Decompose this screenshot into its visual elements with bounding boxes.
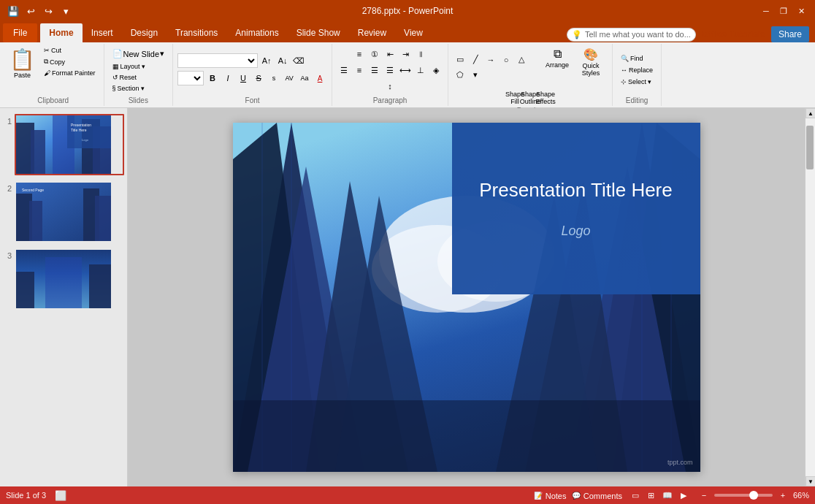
slide-logo-text[interactable]: Logo — [561, 224, 590, 239]
font-name-select[interactable] — [177, 53, 258, 68]
line-spacing-button[interactable]: ↕ — [383, 79, 397, 93]
slide-sorter-button[interactable]: ⊞ — [644, 489, 659, 502]
normal-view-button[interactable]: ▭ — [628, 489, 643, 502]
new-slide-button[interactable]: 📄 New Slide ▾ — [109, 47, 169, 61]
italic-button[interactable]: I — [221, 71, 235, 85]
ribbon-tabs: File Home Insert Design Transitions Anim… — [0, 22, 815, 42]
comments-button[interactable]: 💬 Comments — [572, 490, 622, 500]
scroll-track[interactable] — [806, 118, 815, 476]
font-size-select[interactable] — [177, 71, 204, 85]
quick-access-toolbar: 💾 ↩ ↪ ▾ — [6, 4, 73, 18]
shape-arrow-button[interactable]: → — [483, 53, 498, 67]
slide-image-1[interactable]: Presentation Title Here Logo — [15, 114, 124, 175]
clear-format-button[interactable]: ⌫ — [291, 53, 306, 68]
redo-button[interactable]: ↪ — [41, 4, 56, 18]
save-button[interactable]: 💾 — [6, 4, 20, 18]
scroll-up-button[interactable]: ▲ — [806, 108, 815, 118]
scroll-down-button[interactable]: ▼ — [806, 476, 815, 486]
columns-button[interactable]: ⫴ — [413, 47, 428, 61]
char-spacing-button[interactable]: AV — [282, 71, 296, 85]
align-right-button[interactable]: ☰ — [367, 63, 382, 77]
slide-title-text[interactable]: Presentation Title Here — [464, 179, 686, 202]
slide-status-icon[interactable]: ⬜ — [55, 490, 66, 501]
slide-image-3[interactable] — [15, 248, 124, 310]
text-direction-button[interactable]: ⟷ — [398, 63, 413, 77]
find-icon: 🔍 — [621, 55, 629, 62]
align-left-button[interactable]: ☰ — [337, 63, 351, 77]
tab-slideshow[interactable]: Slide Show — [288, 23, 349, 42]
canvas-area[interactable]: Presentation Title Here Logo tppt.com — [128, 108, 805, 486]
slides-label: Slides — [129, 96, 148, 104]
shape-pentagon-button[interactable]: ⬠ — [453, 68, 467, 83]
zoom-thumb[interactable] — [749, 491, 758, 500]
strikethrough-button[interactable]: S — [251, 71, 266, 85]
bold-button[interactable]: B — [205, 71, 220, 85]
slide-image-2[interactable]: Second Page — [15, 181, 124, 243]
minimize-button[interactable]: ─ — [758, 3, 774, 19]
select-button[interactable]: ⊹ Select ▾ — [617, 77, 655, 87]
tab-design[interactable]: Design — [122, 23, 167, 42]
tab-insert[interactable]: Insert — [83, 23, 122, 42]
layout-button[interactable]: ▦ Layout ▾ — [109, 61, 149, 72]
replace-button[interactable]: ↔ Replace — [617, 65, 657, 75]
shape-line-button[interactable]: ╱ — [468, 53, 483, 67]
increase-indent-button[interactable]: ⇥ — [398, 47, 413, 61]
justify-button[interactable]: ☰ — [383, 63, 397, 77]
numbering-button[interactable]: ① — [367, 47, 382, 61]
increase-font-button[interactable]: A↑ — [259, 53, 274, 68]
slideshow-button[interactable]: ▶ — [676, 489, 691, 502]
reset-button[interactable]: ↺ Reset — [109, 72, 141, 83]
scroll-thumb[interactable] — [806, 126, 814, 169]
zoom-slider[interactable] — [714, 494, 773, 497]
shape-triangle-button[interactable]: △ — [514, 53, 529, 67]
bullets-button[interactable]: ≡ — [352, 47, 367, 61]
zoom-in-button[interactable]: + — [776, 489, 790, 502]
reading-view-button[interactable]: 📖 — [660, 489, 675, 502]
customize-qat-button[interactable]: ▾ — [58, 4, 73, 18]
section-button[interactable]: § Section ▾ — [109, 83, 148, 93]
smart-art-button[interactable]: ◈ — [429, 63, 443, 77]
clipboard-group: 📋 Paste ✂ Cut ⧉ Copy 🖌 Format Painter Cl… — [3, 44, 104, 106]
shape-circle-button[interactable]: ○ — [499, 53, 513, 67]
format-painter-button[interactable]: 🖌 Format Painter — [40, 68, 99, 78]
new-slide-icon: 📄 — [112, 49, 123, 58]
slide-thumb-2[interactable]: 2 Seco — [3, 181, 124, 243]
format-painter-icon: 🖌 — [44, 69, 50, 77]
tab-animations[interactable]: Animations — [226, 23, 287, 42]
tab-view[interactable]: View — [395, 23, 432, 42]
zoom-out-button[interactable]: − — [697, 489, 711, 502]
close-button[interactable]: ✕ — [793, 3, 809, 19]
shadow-button[interactable]: s — [267, 71, 281, 85]
shapes-more-button[interactable]: ▾ — [468, 68, 483, 83]
notes-button[interactable]: 📝 Notes — [534, 490, 566, 500]
align-text-button[interactable]: ⊥ — [413, 63, 428, 77]
tab-review[interactable]: Review — [349, 23, 395, 42]
office-tutorials-button[interactable]: Office Tutorials — [702, 29, 765, 39]
tell-me-input[interactable]: 💡 Tell me what you want to do... — [567, 28, 696, 42]
tab-transitions[interactable]: Transitions — [167, 23, 226, 42]
slide-thumb-3[interactable]: 3 — [3, 248, 124, 310]
clipboard-label: Clipboard — [37, 96, 69, 104]
shape-effects-button[interactable]: Shape Effects — [538, 91, 553, 105]
tab-home[interactable]: Home — [40, 23, 82, 42]
font-color-button[interactable]: A — [313, 71, 327, 85]
copy-button[interactable]: ⧉ Copy — [40, 56, 99, 67]
underline-button[interactable]: U — [236, 71, 250, 85]
cut-button[interactable]: ✂ Cut — [40, 45, 99, 56]
paste-button[interactable]: 📋 Paste — [7, 45, 37, 95]
decrease-indent-button[interactable]: ⇤ — [383, 47, 397, 61]
slide-thumb-1[interactable]: 1 — [3, 114, 124, 175]
quick-styles-icon: 🎨 — [583, 47, 598, 61]
share-button[interactable]: Share — [771, 26, 809, 42]
decrease-font-button[interactable]: A↓ — [275, 53, 290, 68]
shape-rect-button[interactable]: ▭ — [453, 53, 467, 67]
slide-number-3: 3 — [3, 251, 12, 260]
undo-button[interactable]: ↩ — [23, 4, 38, 18]
tab-file[interactable]: File — [3, 23, 37, 42]
change-case-button[interactable]: Aa — [297, 71, 312, 85]
align-center-button[interactable]: ≡ — [352, 63, 367, 77]
quick-styles-button[interactable]: 🎨 Quick Styles — [574, 45, 608, 89]
restore-button[interactable]: ❐ — [776, 3, 792, 19]
find-button[interactable]: 🔍 Find — [617, 53, 647, 64]
arrange-button[interactable]: ⧉ Arrange — [542, 45, 573, 89]
